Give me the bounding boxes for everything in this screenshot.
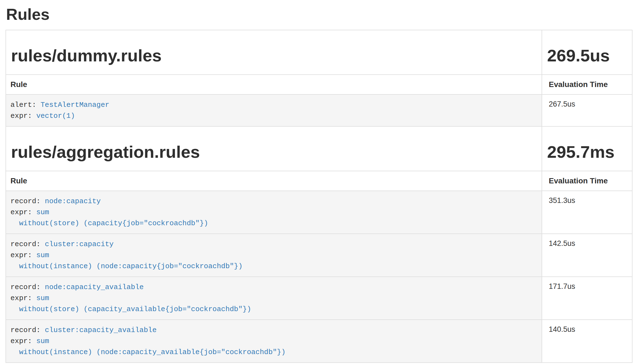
rule-column-header: Rule: [6, 75, 542, 94]
expr-keyword: expr:: [10, 208, 32, 216]
group-eval-cell: 269.5us: [542, 30, 632, 75]
group-eval-cell: 295.7ms: [542, 126, 632, 171]
rule-row: record: cluster:capacity_available expr:…: [6, 320, 632, 363]
rule-expr-link[interactable]: sum without(instance) (node:capacity{job…: [10, 251, 243, 270]
rule-eval-time: 267.5us: [542, 94, 632, 126]
rule-name-link[interactable]: cluster:capacity_available: [45, 326, 157, 334]
page-title: Rules: [6, 6, 632, 23]
rule-definition-cell: record: node:capacity_available expr: su…: [6, 277, 542, 320]
rule-definition-cell: alert: TestAlertManager expr: vector(1): [6, 94, 542, 126]
rule-eval-time: 171.7us: [542, 277, 632, 320]
group-name: rules/aggregation.rules: [11, 143, 537, 161]
rule-expr-link[interactable]: sum without(instance) (node:capacity_ava…: [10, 337, 286, 356]
column-header-row: Rule Evaluation Time: [6, 75, 632, 94]
rule-type-keyword: record:: [10, 240, 40, 248]
rule-code: record: node:capacity_available expr: su…: [6, 277, 542, 319]
group-eval-time: 295.7ms: [547, 143, 627, 161]
group-name: rules/dummy.rules: [11, 46, 537, 65]
rule-definition-cell: record: cluster:capacity expr: sum witho…: [6, 234, 542, 277]
rule-definition-cell: record: node:capacity expr: sum without(…: [6, 191, 542, 234]
rule-type-keyword: record:: [10, 283, 40, 291]
column-header-row: Rule Evaluation Time: [6, 171, 632, 191]
rule-name-link[interactable]: node:capacity: [45, 197, 101, 205]
rule-expr-link[interactable]: vector(1): [36, 112, 75, 120]
rule-row: alert: TestAlertManager expr: vector(1) …: [6, 94, 632, 126]
expr-keyword: expr:: [10, 112, 32, 120]
expr-keyword: expr:: [10, 294, 32, 302]
group-eval-time: 269.5us: [547, 46, 627, 65]
rule-group-header-row: rules/aggregation.rules 295.7ms: [6, 126, 632, 171]
expr-keyword: expr:: [10, 251, 32, 259]
rule-row: record: node:capacity expr: sum without(…: [6, 191, 632, 234]
rule-type-keyword: record:: [10, 326, 40, 334]
rule-definition-cell: record: cluster:capacity_available expr:…: [6, 320, 542, 363]
rule-row: record: node:capacity_available expr: su…: [6, 277, 632, 320]
rule-row: record: cluster:capacity expr: sum witho…: [6, 234, 632, 277]
rule-column-header: Rule: [6, 171, 542, 191]
rules-table: rules/dummy.rules 269.5us Rule Evaluatio…: [6, 30, 632, 363]
rule-code: alert: TestAlertManager expr: vector(1): [6, 95, 542, 126]
rule-code: record: node:capacity expr: sum without(…: [6, 191, 542, 233]
rule-group-header-row: rules/dummy.rules 269.5us: [6, 30, 632, 75]
eval-time-column-header: Evaluation Time: [542, 171, 632, 191]
rule-eval-time: 140.5us: [542, 320, 632, 363]
rule-name-link[interactable]: TestAlertManager: [40, 101, 109, 109]
expr-keyword: expr:: [10, 337, 32, 345]
rule-eval-time: 351.3us: [542, 191, 632, 234]
rule-name-link[interactable]: node:capacity_available: [45, 283, 144, 291]
eval-time-column-header: Evaluation Time: [542, 75, 632, 94]
group-name-cell: rules/dummy.rules: [6, 30, 542, 75]
rule-expr-link[interactable]: sum without(store) (capacity{job="cockro…: [10, 208, 208, 227]
rule-type-keyword: alert:: [10, 101, 36, 109]
rule-expr-link[interactable]: sum without(store) (capacity_available{j…: [10, 294, 251, 313]
rule-type-keyword: record:: [10, 197, 40, 205]
rule-code: record: cluster:capacity expr: sum witho…: [6, 234, 542, 276]
rule-eval-time: 142.5us: [542, 234, 632, 277]
group-name-cell: rules/aggregation.rules: [6, 126, 542, 171]
rule-name-link[interactable]: cluster:capacity: [45, 240, 114, 248]
rule-code: record: cluster:capacity_available expr:…: [6, 320, 542, 362]
